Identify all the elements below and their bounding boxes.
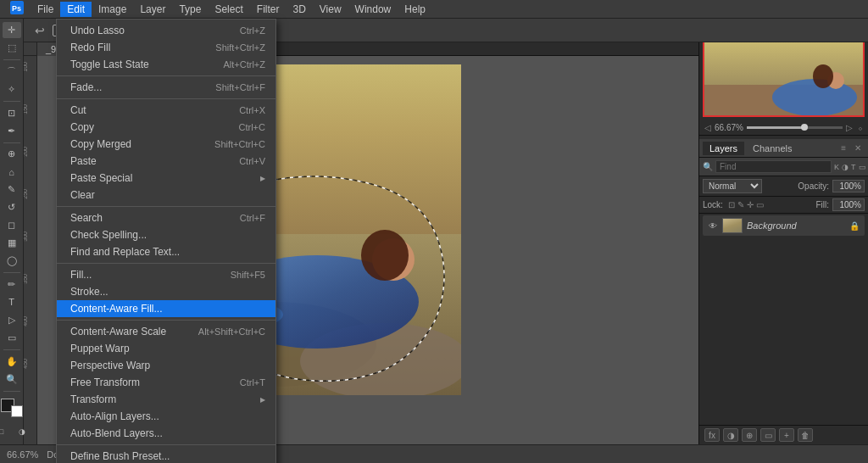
layers-panel-menu-icon[interactable]: ≡ (837, 142, 849, 154)
text-tool[interactable]: T (3, 294, 21, 310)
layer-filter-shape-icon[interactable]: ▭ (859, 161, 866, 173)
opacity-input[interactable] (832, 180, 865, 192)
quick-mask-mode[interactable]: ◑ (13, 422, 31, 441)
svg-text:Ps: Ps (12, 4, 21, 13)
menu-find-replace[interactable]: Find and Replace Text... (57, 243, 275, 260)
menu-type[interactable]: Type (172, 2, 208, 17)
undo-lasso-label: Undo Lasso (70, 25, 125, 36)
layer-group-button[interactable]: ▭ (760, 428, 776, 442)
tab-layers[interactable]: Layers (703, 142, 744, 155)
layers-panel-close-icon[interactable]: ✕ (851, 142, 865, 154)
menu-auto-align[interactable]: Auto-Align Layers... (57, 408, 275, 425)
menu-cut[interactable]: Cut Ctrl+X (57, 102, 275, 119)
layer-new-button[interactable]: + (779, 428, 794, 442)
undo-lasso-shortcut: Ctrl+Z (240, 25, 265, 36)
zoom-tool[interactable]: 🔍 (3, 371, 21, 388)
navigator-preview (699, 37, 868, 120)
marquee-tool[interactable]: ⬚ (3, 40, 21, 56)
menu-3d[interactable]: 3D (286, 2, 312, 17)
lock-position-icon[interactable]: ✛ (747, 200, 754, 209)
background-color[interactable] (11, 405, 23, 417)
menu-auto-blend[interactable]: Auto-Blend Layers... (57, 425, 275, 442)
lock-artboard-icon[interactable]: ▭ (756, 200, 764, 209)
menu-content-aware-scale[interactable]: Content-Aware Scale Alt+Shift+Ctrl+C (57, 323, 275, 340)
layer-delete-button[interactable]: 🗑 (798, 428, 813, 442)
menu-file[interactable]: File (31, 2, 60, 17)
hand-tool[interactable]: ✋ (3, 354, 21, 370)
menu-perspective-warp[interactable]: Perspective Warp (57, 357, 275, 374)
crop-tool[interactable]: ⊡ (3, 105, 21, 121)
menu-layer[interactable]: Layer (133, 2, 172, 17)
fill-input[interactable] (832, 198, 865, 211)
copy-label: Copy (70, 121, 94, 133)
move-tool[interactable]: ✛ (3, 22, 21, 38)
menu-fade[interactable]: Fade... Shift+Ctrl+F (57, 79, 275, 96)
menu-undo-lasso[interactable]: Undo Lasso Ctrl+Z (57, 22, 275, 39)
zoom-fit-icon[interactable]: ⬦ (858, 123, 863, 132)
layer-row-background[interactable]: 👁 Background 🔒 (703, 215, 865, 236)
layers-search-input[interactable] (715, 160, 832, 173)
layer-filter-adj-icon[interactable]: ◑ (842, 161, 849, 173)
menu-clear[interactable]: Clear (57, 187, 275, 204)
menu-redo-fill[interactable]: Redo Fill Shift+Ctrl+Z (57, 39, 275, 56)
layer-filter-type-icon[interactable]: K (834, 161, 839, 173)
tab-channels[interactable]: Channels (746, 142, 798, 155)
free-transform-label: Free Transform (70, 377, 140, 388)
blend-mode-select[interactable]: Normal (703, 179, 762, 193)
eyedropper-tool[interactable]: ✒ (3, 123, 21, 139)
lock-pixels-icon[interactable]: ✎ (737, 200, 744, 209)
layer-effects-button[interactable]: fx (704, 428, 720, 442)
menu-transform[interactable]: Transform (57, 391, 275, 408)
menu-filter[interactable]: Filter (250, 2, 287, 17)
stamp-tool[interactable]: ✎ (3, 181, 21, 198)
eraser-tool[interactable]: ◻ (3, 217, 21, 233)
check-spelling-label: Check Spelling... (70, 229, 147, 241)
tool-separator-5 (3, 349, 20, 350)
brush-tool[interactable]: ⌂ (3, 164, 21, 180)
menu-image[interactable]: Image (92, 2, 133, 17)
menu-copy[interactable]: Copy Ctrl+C (57, 119, 275, 136)
menu-ps[interactable]: Ps (3, 0, 31, 19)
magic-wand-tool[interactable]: ✧ (3, 81, 21, 98)
zoom-slider[interactable] (747, 126, 843, 129)
menu-content-aware-fill[interactable]: Content-Aware Fill... (57, 300, 275, 317)
menu-paste[interactable]: Paste Ctrl+V (57, 153, 275, 170)
menu-paste-special[interactable]: Paste Special (57, 170, 275, 187)
layer-adjustment-button[interactable]: ⊕ (742, 428, 757, 442)
menu-edit[interactable]: Edit (60, 2, 92, 17)
menu-fill[interactable]: Fill... Shift+F5 (57, 266, 275, 283)
menu-copy-merged[interactable]: Copy Merged Shift+Ctrl+C (57, 136, 275, 153)
menu-free-transform[interactable]: Free Transform Ctrl+T (57, 374, 275, 391)
menu-puppet-warp[interactable]: Puppet Warp (57, 340, 275, 357)
menu-search[interactable]: Search Ctrl+F (57, 209, 275, 226)
heal-tool[interactable]: ⊕ (3, 146, 21, 162)
redo-fill-shortcut: Shift+Ctrl+Z (215, 42, 265, 53)
transform-label: Transform (70, 393, 116, 405)
menu-define-brush[interactable]: Define Brush Preset... (57, 448, 275, 463)
zoom-out-icon[interactable]: ◁ (704, 123, 711, 132)
tool-separator-2 (3, 101, 20, 102)
auto-blend-label: Auto-Blend Layers... (70, 427, 163, 439)
menu-view[interactable]: View (313, 2, 348, 17)
gradient-tool[interactable]: ▦ (3, 235, 21, 251)
menu-help[interactable]: Help (398, 2, 432, 17)
history-tool[interactable]: ↺ (3, 199, 21, 215)
lock-transparent-icon[interactable]: ⊡ (728, 200, 735, 209)
pen-tool[interactable]: ✏ (3, 276, 21, 293)
layer-visibility-icon[interactable]: 👁 (708, 221, 718, 231)
dodge-tool[interactable]: ◯ (3, 253, 21, 269)
menu-check-spelling[interactable]: Check Spelling... (57, 226, 275, 243)
layer-mask-button[interactable]: ◑ (723, 428, 738, 442)
lasso-tool[interactable]: ⌒ (3, 64, 21, 80)
copy-merged-label: Copy Merged (70, 138, 131, 150)
path-tool[interactable]: ▷ (3, 312, 21, 328)
menu-select[interactable]: Select (208, 2, 249, 17)
shape-tool[interactable]: ▭ (3, 330, 21, 346)
menu-window[interactable]: Window (348, 2, 398, 17)
zoom-in-icon[interactable]: ▷ (846, 123, 853, 132)
layer-filter-text-icon[interactable]: T (851, 161, 856, 173)
standard-mode[interactable]: □ (0, 422, 11, 441)
menu-toggle-last-state[interactable]: Toggle Last State Alt+Ctrl+Z (57, 56, 275, 73)
menu-stroke[interactable]: Stroke... (57, 283, 275, 300)
lock-icons: ⊡ ✎ ✛ ▭ (728, 200, 764, 209)
